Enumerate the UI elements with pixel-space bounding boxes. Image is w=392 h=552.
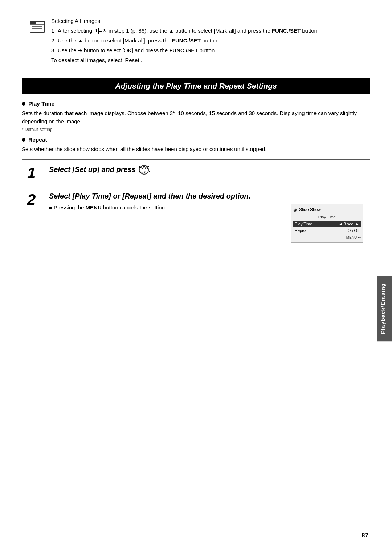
play-time-title: Play Time <box>22 101 370 107</box>
top-box-step-1: 1 After selecting 1–3 in step 1 (p. 86),… <box>51 27 363 35</box>
page-number: 87 <box>362 532 368 539</box>
screen-title-row: ◈ Slide Show <box>293 207 361 213</box>
folder-icon <box>29 19 45 34</box>
screen-mockup: ◈ Slide Show Play Time Play Time ◄ 3 sec… <box>291 204 363 243</box>
screen-play-time-value: ◄ 3 sec. ► <box>339 222 359 226</box>
screen-play-time-label: Play Time <box>295 222 312 226</box>
step-2-bullet: Pressing the MENU button cancels the set… <box>49 204 283 212</box>
up-arrow-1: ▲ <box>169 28 174 34</box>
screen-diamond-icon: ◈ <box>293 207 297 213</box>
func-set-icon: FUNCSET <box>139 165 149 175</box>
step-1-content: Select [Set up] and press FUNCSET. <box>45 165 363 178</box>
side-tab: Playback/Erasing <box>377 276 392 341</box>
play-time-body: Sets the duration that each image displa… <box>22 109 370 126</box>
up-arrow-2: ▲ <box>78 38 83 44</box>
screen-menu-row: MENU ↩ <box>293 236 361 240</box>
screen-row-repeat: Repeat On Off <box>293 227 361 234</box>
screen-repeat-label: Repeat <box>295 228 307 233</box>
menu-bold: MENU <box>86 204 102 210</box>
play-time-subsection: Play Time Sets the duration that each im… <box>22 101 370 132</box>
repeat-subsection: Repeat Sets whether the slide show stops… <box>22 136 370 154</box>
top-box: Selecting All Images 1 After selecting 1… <box>22 11 370 70</box>
step-2-row: 2 Select [Play Time] or [Repeat] and the… <box>22 186 370 248</box>
step-2-inner: Pressing the MENU button cancels the set… <box>49 204 363 243</box>
step-1-number: 1 <box>27 165 45 181</box>
step-2-number: 2 <box>27 192 45 207</box>
bullet-circle-play-time <box>22 102 25 106</box>
section-heading: Adjusting the Play Time and Repeat Setti… <box>22 78 370 94</box>
step-1-title: Select [Set up] and press FUNCSET. <box>49 165 363 175</box>
bullet-circle-menu <box>49 207 52 209</box>
deselect-text: To deselect all images, select [Reset]. <box>51 57 363 63</box>
screen-row-play-time: Play Time ◄ 3 sec. ► <box>293 221 361 227</box>
play-time-footnote: * Default setting. <box>22 127 370 132</box>
step-1-row: 1 Select [Set up] and press FUNCSET. <box>22 160 370 186</box>
steps-box: 1 Select [Set up] and press FUNCSET. 2 S… <box>22 159 370 248</box>
top-box-title: Selecting All Images <box>51 18 363 24</box>
step-2-text: Pressing the MENU button cancels the set… <box>49 204 283 212</box>
func-set-bold-3: FUNC./SET <box>169 47 198 53</box>
bullet-circle-repeat <box>22 138 25 142</box>
screen-repeat-value: On Off <box>348 228 359 233</box>
screen-title: Slide Show <box>299 207 321 212</box>
func-set-bold-1: FUNC./SET <box>272 28 301 34</box>
step-2-title: Select [Play Time] or [Repeat] and then … <box>49 191 363 201</box>
screen-subtitle: Play Time <box>293 215 361 219</box>
func-set-bold-2: FUNC./SET <box>172 37 201 44</box>
right-arrow-1: ➜ <box>78 48 82 53</box>
top-box-step-3: 3 Use the ➜ button to select [OK] and pr… <box>51 46 363 54</box>
top-box-list: 1 After selecting 1–3 in step 1 (p. 86),… <box>51 27 363 54</box>
cam-icon-3: 3 <box>102 28 107 34</box>
repeat-body: Sets whether the slide show stops when a… <box>22 145 370 154</box>
svg-rect-1 <box>30 21 36 24</box>
cam-icon-1: 1 <box>94 28 99 34</box>
top-box-step-2: 2 Use the ▲ button to select [Mark all],… <box>51 37 363 45</box>
step-2-content: Select [Play Time] or [Repeat] and then … <box>45 191 363 243</box>
repeat-title: Repeat <box>22 136 370 143</box>
top-box-content: Selecting All Images 1 After selecting 1… <box>51 18 363 63</box>
